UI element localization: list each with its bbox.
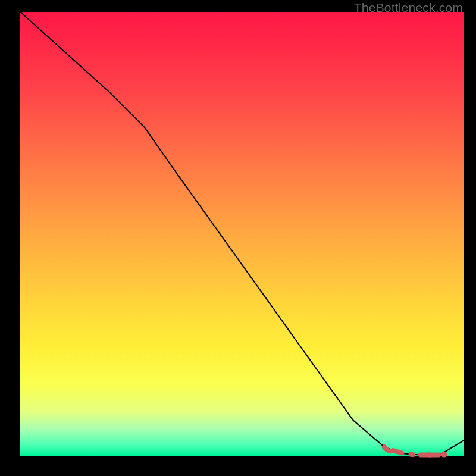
watermark-text: TheBottleneck.com bbox=[354, 1, 463, 15]
highlight-end-dot bbox=[441, 452, 447, 458]
highlight-dashed bbox=[411, 455, 439, 455]
highlight-start-segment bbox=[384, 447, 402, 453]
curve-line bbox=[20, 12, 464, 455]
plot-area bbox=[20, 12, 464, 456]
chart-stage: TheBottleneck.com bbox=[0, 0, 476, 476]
chart-svg bbox=[20, 12, 464, 456]
